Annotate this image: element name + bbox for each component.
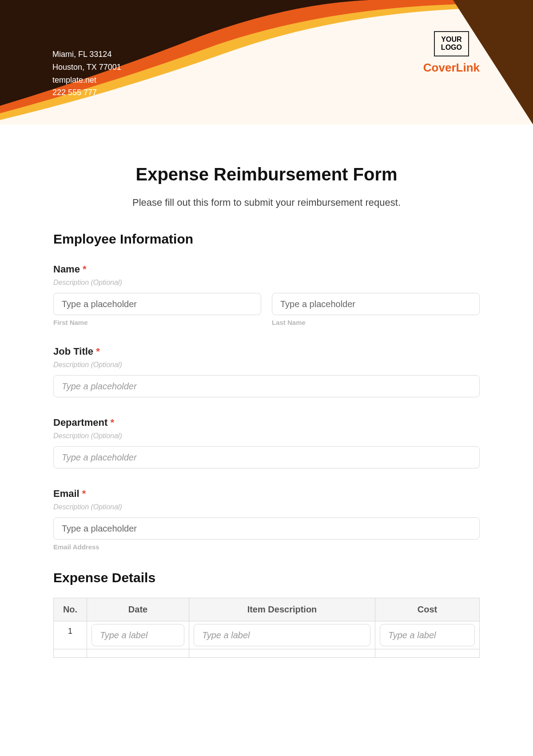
header-banner: Miami, FL 33124 Houston, TX 77001 templa… <box>0 0 533 124</box>
email-sublabel: Email Address <box>53 543 480 551</box>
table-header-row: No. Date Item Description Cost <box>54 598 480 621</box>
table-row <box>54 649 480 658</box>
col-item: Item Description <box>189 598 375 621</box>
row1-no: 1 <box>54 621 87 649</box>
brand-name: CoverLink <box>423 61 480 75</box>
email-desc: Description (Optional) <box>53 503 480 511</box>
page-title: Expense Reimbursement Form <box>53 164 480 184</box>
table-row: 1 <box>54 621 480 649</box>
phone: 222 555 777 <box>52 86 121 99</box>
first-name-sublabel: First Name <box>53 319 261 326</box>
email-input[interactable] <box>53 517 480 540</box>
field-email: Email * Description (Optional) Email Add… <box>53 488 480 551</box>
address-line1: Miami, FL 33124 <box>52 48 121 61</box>
row1-item-input[interactable] <box>194 624 370 646</box>
logo-placeholder: YOUR LOGO <box>434 31 469 56</box>
section-details-heading: Expense Details <box>53 570 480 585</box>
row1-date-input[interactable] <box>91 624 184 646</box>
name-label: Name * <box>53 264 480 275</box>
col-date: Date <box>87 598 189 621</box>
col-no: No. <box>54 598 87 621</box>
dept-label: Department * <box>53 417 480 428</box>
field-department: Department * Description (Optional) <box>53 417 480 468</box>
email-label: Email * <box>53 488 480 500</box>
dept-desc: Description (Optional) <box>53 432 480 440</box>
department-input[interactable] <box>53 446 480 468</box>
address-line2: Houston, TX 77001 <box>52 61 121 74</box>
job-label: Job Title * <box>53 346 480 357</box>
first-name-input[interactable] <box>53 293 261 315</box>
expense-table: No. Date Item Description Cost 1 <box>53 598 480 658</box>
last-name-sublabel: Last Name <box>272 319 480 326</box>
name-desc: Description (Optional) <box>53 279 480 287</box>
row2-no <box>54 649 87 658</box>
field-name: Name * Description (Optional) First Name… <box>53 264 480 326</box>
form-content: Expense Reimbursement Form Please fill o… <box>0 124 533 676</box>
job-title-input[interactable] <box>53 375 480 397</box>
section-employee-heading: Employee Information <box>53 232 480 247</box>
logo-area: YOUR LOGO CoverLink <box>423 31 480 75</box>
last-name-input[interactable] <box>272 293 480 315</box>
company-address: Miami, FL 33124 Houston, TX 77001 templa… <box>52 48 121 99</box>
page-subtitle: Please fill out this form to submit your… <box>53 197 480 208</box>
row1-cost-input[interactable] <box>380 624 475 646</box>
col-cost: Cost <box>375 598 480 621</box>
job-desc: Description (Optional) <box>53 361 480 369</box>
website: template.net <box>52 74 121 87</box>
field-job-title: Job Title * Description (Optional) <box>53 346 480 397</box>
